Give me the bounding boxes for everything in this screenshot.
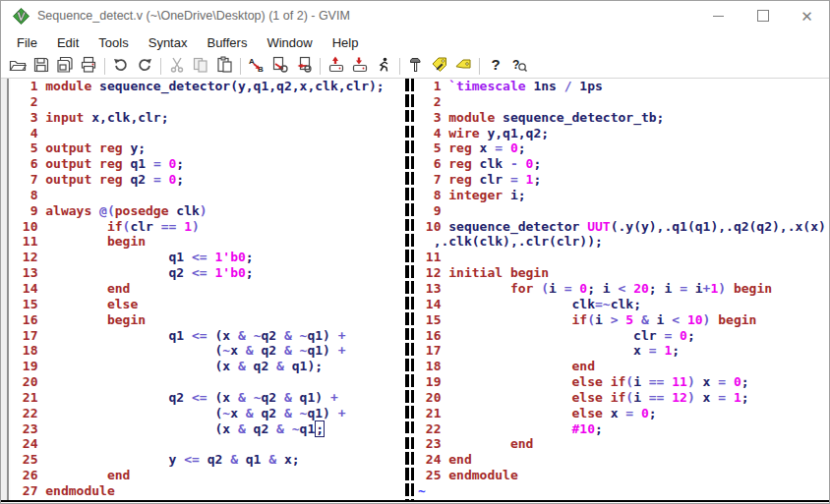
menu-item-tools[interactable]: Tools [89,32,138,53]
menu-item-window[interactable]: Window [257,32,322,53]
code-token: (x [208,390,238,405]
code-line-left-18: 18 (~x & q2 & ~q1) + [15,343,403,359]
save-button[interactable] [30,56,53,77]
save-session-icon [351,56,369,78]
line-number: 14 [15,281,37,297]
close-button[interactable]: ✕ [785,1,829,30]
code-token: ~ [222,343,230,358]
code-token: ) [718,281,726,296]
code-line-right-7: 7reg clr = 1; [418,172,830,188]
code-token: q1 [238,452,268,467]
code-token: ; [649,406,657,420]
make-button[interactable] [404,56,428,77]
code-token: output reg [45,156,122,171]
code-token [633,406,641,420]
tag-jump-button[interactable] [451,56,475,77]
save-all-button[interactable] [53,56,77,77]
run-script-button[interactable] [372,56,395,77]
code-token: ; [246,250,254,264]
code-token: end [510,436,533,451]
line-number: 24 [418,452,441,468]
left-scroll-gutter[interactable] [1,79,11,500]
toolbar-separator [240,58,241,75]
code-token [518,156,526,171]
code-line-left-16: 16 begin [15,312,403,328]
code-token: x [230,343,246,358]
code-line-right-12: 12initial begin [418,265,830,281]
code-token: ; [533,172,541,187]
save-session-button[interactable] [348,56,372,77]
editor-pane-left[interactable]: 1module sequence_detector(y,q1,q2,x,clk,… [11,79,403,500]
code-token [45,312,107,327]
paste-button[interactable] [212,56,236,77]
code-token: & [284,328,292,343]
copy-button [189,56,212,77]
code-token: + [338,343,346,358]
code-token: ; [741,390,749,405]
toolbar-separator [399,58,400,75]
code-token: q2 [246,421,276,436]
code-token: else [107,297,138,311]
code-token: ( [625,390,633,405]
find-prev-button[interactable] [292,56,316,77]
menu-item-syntax[interactable]: Syntax [139,32,198,53]
find-help-icon: ? [510,56,528,78]
code-token: & [268,452,276,467]
line-number: 5 [418,140,441,156]
code-token: sequence_detector(y,q1,q2,x,clk,clr); [91,79,384,93]
menu-item-buffers[interactable]: Buffers [197,32,257,53]
code-token: i [687,281,703,296]
code-token [246,390,254,405]
code-line-left-25: 25 y <= q2 & q1 & x; [15,452,403,468]
open-button[interactable] [6,56,30,77]
code-token: clk; [611,297,641,311]
replace-icon: AB [248,56,266,78]
build-tags-button[interactable] [428,56,451,77]
print-button[interactable] [77,56,100,77]
code-line-left-14: 14 end [15,281,403,297]
redo-button[interactable] [133,56,156,77]
code-token: == [649,390,665,405]
code-token [726,374,734,389]
code-token: 1 [734,390,741,405]
help-button[interactable]: ? [484,56,507,77]
code-line-left-1: 1module sequence_detector(y,q1,q2,x,clk,… [15,79,403,94]
minimize-button[interactable] [696,1,741,30]
code-token [448,359,571,373]
find-help-button[interactable]: ? [507,56,531,77]
code-line-left-24: 24 [15,436,403,452]
code-token: i [633,374,649,389]
code-token: <= [192,265,208,280]
code-line-right-4: 4wire y,q1,q2; [418,126,830,141]
code-token: ; [672,343,680,358]
find-next-button[interactable] [268,56,292,77]
line-number: 15 [418,312,441,328]
code-token: end [107,281,130,296]
menu-item-help[interactable]: Help [323,32,369,53]
split-divider[interactable] [403,79,416,500]
code-token: 0 [734,374,741,389]
code-token: ; [533,156,541,171]
empty-line-tilde: ~ [418,483,426,498]
code-token: clk [169,203,200,218]
make-icon [407,56,425,78]
split-divider-bars [405,79,414,500]
undo-button[interactable] [109,56,133,77]
code-line-left-8: 8 [15,188,403,203]
code-token [91,203,99,218]
code-token [448,436,510,451]
replace-button[interactable]: AB [245,56,268,77]
editor-pane-right[interactable]: 1`timescale 1ns / 1ps23module sequence_d… [416,79,830,500]
code-token: q1) [307,328,337,343]
code-token [726,281,734,296]
load-session-button[interactable] [325,56,348,77]
menu-item-file[interactable]: File [7,32,47,53]
code-line-left-6: 6output reg q1 = 0; [15,156,403,172]
menu-item-edit[interactable]: Edit [47,32,89,53]
code-line-right-6: 6reg clk - 0; [418,156,830,172]
maximize-icon [757,10,769,22]
maximize-button[interactable] [741,1,785,30]
code-line-left-17: 17 q1 <= (x & ~q2 & ~q1) + [15,328,403,344]
redo-icon [136,56,153,78]
code-token: & [641,312,649,327]
